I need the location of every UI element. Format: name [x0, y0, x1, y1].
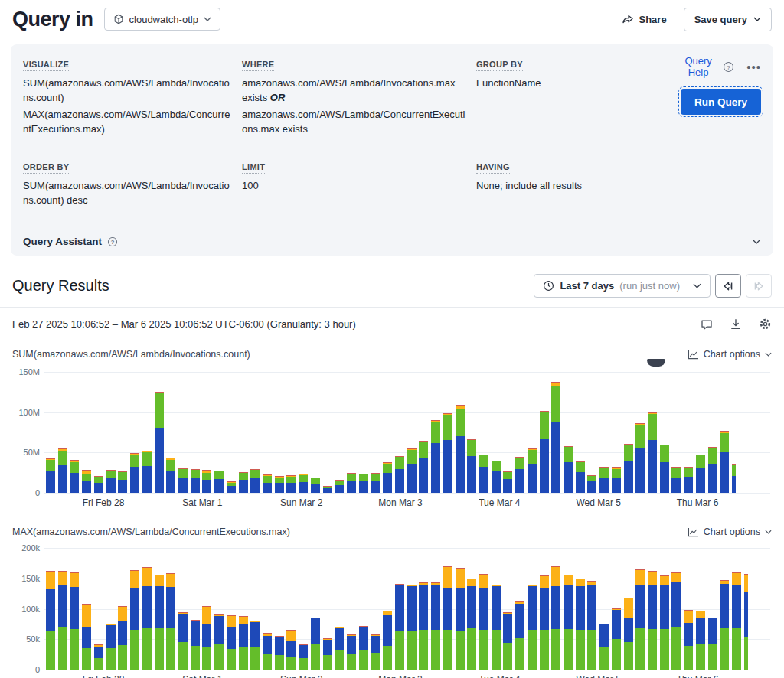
bar[interactable]: [70, 460, 79, 493]
order-by-section[interactable]: ORDER BY SUM(amazonaws.com/AWS/Lambda/In…: [23, 159, 231, 208]
bar[interactable]: [227, 615, 236, 670]
bar[interactable]: [407, 585, 416, 670]
bar[interactable]: [166, 458, 175, 493]
where-section[interactable]: WHERE amazonaws.com/AWS/Lambda/Invocatio…: [242, 57, 466, 136]
bar[interactable]: [467, 439, 476, 494]
bar[interactable]: [178, 612, 188, 670]
bar[interactable]: [335, 480, 344, 493]
group-by-value[interactable]: FunctionName: [476, 77, 669, 91]
bar[interactable]: [202, 470, 211, 494]
help-circle-icon[interactable]: ?: [723, 61, 734, 73]
bar[interactable]: [178, 468, 188, 493]
having-section[interactable]: HAVING None; include all results: [476, 159, 669, 208]
bar[interactable]: [347, 473, 356, 493]
bar[interactable]: [503, 612, 512, 670]
bar[interactable]: [503, 471, 512, 493]
bar[interactable]: [142, 451, 152, 493]
bar[interactable]: [166, 573, 175, 670]
bar[interactable]: [492, 461, 501, 493]
group-by-section[interactable]: GROUP BY FunctionName: [476, 57, 669, 136]
bar[interactable]: [515, 457, 524, 493]
bar[interactable]: [299, 474, 308, 493]
bar[interactable]: [250, 469, 260, 493]
bar[interactable]: [263, 474, 272, 493]
bar[interactable]: [46, 458, 55, 493]
bar[interactable]: [720, 580, 729, 670]
bar[interactable]: [587, 475, 596, 493]
bar[interactable]: [286, 475, 296, 493]
bar[interactable]: [612, 467, 621, 494]
bar[interactable]: [299, 644, 308, 670]
bar[interactable]: [648, 571, 657, 670]
bar[interactable]: [118, 471, 127, 493]
bar[interactable]: [635, 423, 645, 493]
time-range-dropdown[interactable]: Last 7 days (run just now): [534, 274, 710, 298]
download-icon[interactable]: [730, 318, 742, 331]
bar[interactable]: [576, 579, 585, 670]
bar[interactable]: [359, 474, 368, 493]
bar[interactable]: [82, 604, 91, 670]
where-clause[interactable]: amazonaws.com/AWS/Lambda/Invocations.max…: [242, 77, 466, 106]
bar[interactable]: [599, 624, 609, 670]
bar[interactable]: [239, 472, 248, 493]
bar[interactable]: [648, 412, 657, 493]
bar[interactable]: [202, 606, 211, 670]
bar[interactable]: [431, 582, 440, 670]
bar[interactable]: [528, 585, 537, 670]
bar[interactable]: [130, 570, 139, 670]
bar[interactable]: [456, 568, 465, 670]
bar[interactable]: [286, 630, 296, 670]
limit-section[interactable]: LIMIT 100: [242, 159, 466, 208]
bar[interactable]: [492, 585, 501, 670]
bar[interactable]: [467, 579, 476, 670]
bar[interactable]: [263, 633, 272, 670]
bar[interactable]: [359, 626, 368, 670]
bar[interactable]: [612, 608, 621, 670]
bar[interactable]: [732, 464, 736, 493]
bar[interactable]: [70, 572, 79, 670]
bar[interactable]: [94, 644, 103, 670]
bar[interactable]: [515, 601, 524, 670]
bar[interactable]: [323, 486, 332, 493]
bar[interactable]: [576, 461, 585, 493]
bar[interactable]: [624, 444, 633, 493]
bar[interactable]: [443, 566, 452, 670]
bar[interactable]: [118, 606, 127, 670]
chart1-options-button[interactable]: Chart options: [688, 349, 772, 360]
bar[interactable]: [82, 470, 91, 493]
bar[interactable]: [744, 574, 748, 670]
visualize-section[interactable]: VISUALIZE SUM(amazonaws.com/AWS/Lambda/I…: [23, 57, 231, 136]
bar[interactable]: [551, 382, 560, 493]
bar[interactable]: [106, 624, 116, 670]
visualize-item[interactable]: SUM(amazonaws.com/AWS/Lambda/Invocations…: [23, 77, 231, 106]
bar[interactable]: [142, 567, 152, 670]
bar[interactable]: [155, 392, 164, 493]
bar[interactable]: [456, 405, 465, 493]
bar[interactable]: [323, 638, 332, 670]
bar[interactable]: [130, 453, 139, 493]
bar[interactable]: [58, 448, 67, 493]
bar[interactable]: [696, 455, 705, 494]
bar[interactable]: [383, 462, 392, 493]
bar[interactable]: [191, 469, 200, 493]
bar[interactable]: [684, 610, 693, 670]
bar[interactable]: [587, 581, 596, 670]
share-button[interactable]: Share: [622, 14, 666, 25]
limit-value[interactable]: 100: [242, 179, 466, 194]
skip-back-icon[interactable]: [715, 274, 741, 298]
bar[interactable]: [395, 584, 404, 670]
bar[interactable]: [564, 575, 573, 670]
having-value[interactable]: None; include all results: [476, 179, 669, 194]
query-help-link[interactable]: Query Help: [680, 55, 717, 78]
bar[interactable]: [479, 574, 488, 670]
visualize-item[interactable]: MAX(amazonaws.com/AWS/Lambda/ConcurrentE…: [23, 108, 231, 137]
order-by-value[interactable]: SUM(amazonaws.com/AWS/Lambda/Invocations…: [23, 179, 231, 208]
bar[interactable]: [732, 572, 741, 670]
bar[interactable]: [46, 571, 55, 670]
bar[interactable]: [395, 456, 404, 493]
bar[interactable]: [371, 634, 380, 670]
bar[interactable]: [227, 481, 236, 493]
gear-icon[interactable]: [759, 318, 772, 331]
ellipsis-icon[interactable]: •••: [746, 60, 761, 73]
bar[interactable]: [155, 575, 164, 670]
